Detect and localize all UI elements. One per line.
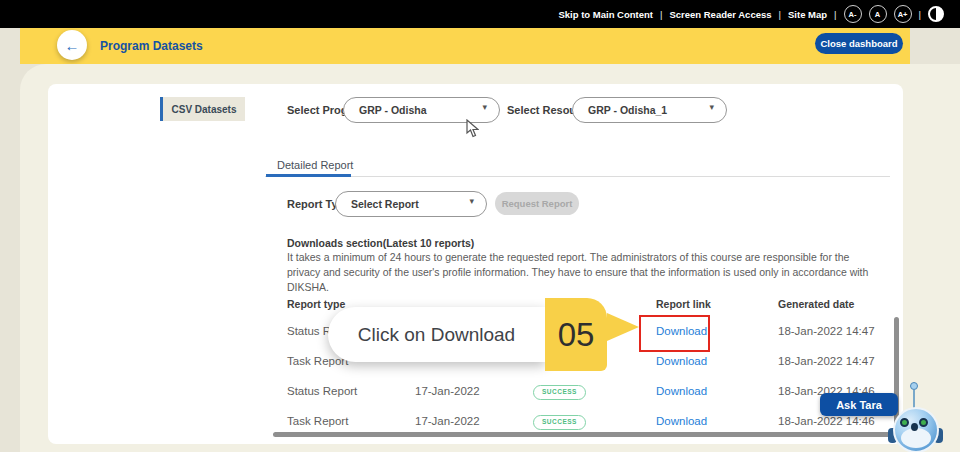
report-type-dropdown-value: Select Report xyxy=(351,198,419,210)
accessibility-topbar: Skip to Main Content | Screen Reader Acc… xyxy=(0,0,960,28)
resource-dropdown-value: GRP - Odisha_1 xyxy=(588,104,667,116)
tutorial-step-number: 05 xyxy=(545,298,607,371)
report-date-cell: 17-Jan-2022 xyxy=(415,385,480,397)
contrast-toggle-icon[interactable] xyxy=(928,6,944,22)
status-badge: SUCCESS xyxy=(533,415,586,430)
tutorial-tooltip: Click on Download xyxy=(328,307,545,362)
tutorial-highlight-box xyxy=(639,315,710,352)
downloads-heading: Downloads section(Latest 10 reports) xyxy=(287,237,474,249)
generated-date-cell: 18-Jan-2022 14:47 xyxy=(778,355,875,367)
tab-divider xyxy=(265,176,890,177)
download-link[interactable]: Download xyxy=(656,355,707,367)
chevron-down-icon: ▾ xyxy=(482,102,487,112)
font-default-button[interactable]: A xyxy=(869,5,887,23)
separator: | xyxy=(919,9,921,20)
close-dashboard-button[interactable]: Close dashboard xyxy=(815,33,903,54)
back-arrow-icon: ← xyxy=(65,37,80,54)
site-map-link[interactable]: Site Map xyxy=(788,9,827,20)
robot-nose xyxy=(911,423,918,431)
robot-antenna-ball xyxy=(910,382,918,390)
tab-detailed-report[interactable]: Detailed Report xyxy=(277,159,353,171)
chevron-down-icon: ▾ xyxy=(469,196,474,206)
skip-to-main-link[interactable]: Skip to Main Content xyxy=(558,9,652,20)
robot-chin xyxy=(901,428,931,448)
robot-eye-right xyxy=(919,418,928,427)
robot-antenna-stem xyxy=(913,390,915,408)
program-dropdown-value: GRP - Odisha xyxy=(359,104,427,116)
sidebar-item-csv-datasets[interactable]: CSV Datasets xyxy=(160,97,245,121)
mouse-cursor-icon xyxy=(466,119,479,138)
robot-eye-left xyxy=(900,418,909,427)
chevron-down-icon: ▾ xyxy=(709,102,714,112)
download-link[interactable]: Download xyxy=(656,415,707,427)
page-title: Program Datasets xyxy=(100,28,203,64)
report-type-cell: Status Report xyxy=(287,385,357,397)
separator: | xyxy=(660,9,662,20)
font-increase-button[interactable]: A+ xyxy=(894,5,912,23)
report-type-dropdown[interactable]: Select Report ▾ xyxy=(335,191,487,217)
separator: | xyxy=(779,9,781,20)
screen-reader-link[interactable]: Screen Reader Access xyxy=(669,9,771,20)
column-header-report-link: Report link xyxy=(656,298,711,310)
page-header: ← Program Datasets Close dashboard xyxy=(20,28,910,64)
resource-dropdown[interactable]: GRP - Odisha_1 ▾ xyxy=(572,97,727,123)
report-date-cell: 17-Jan-2022 xyxy=(415,415,480,427)
chatbot-robot-icon[interactable] xyxy=(885,380,943,452)
separator: | xyxy=(834,9,836,20)
generated-date-cell: 18-Jan-2022 14:47 xyxy=(778,325,875,337)
status-badge: SUCCESS xyxy=(533,385,586,400)
generated-date-cell: 18-Jan-2022 14:46 xyxy=(778,415,875,427)
horizontal-scrollbar[interactable] xyxy=(273,432,890,437)
active-tab-underline xyxy=(266,174,351,177)
app-window: Skip to Main Content | Screen Reader Acc… xyxy=(0,0,960,452)
back-button[interactable]: ← xyxy=(57,30,87,60)
report-type-cell: Task Report xyxy=(287,415,348,427)
tutorial-arrow-icon xyxy=(607,313,639,341)
download-link[interactable]: Download xyxy=(656,385,707,397)
column-header-generated-date: Generated date xyxy=(778,298,854,310)
font-decrease-button[interactable]: A- xyxy=(844,5,862,23)
request-report-button[interactable]: Request Report xyxy=(495,192,579,215)
downloads-description: It takes a minimum of 24 hours to genera… xyxy=(287,250,879,295)
column-header-report-type: Report type xyxy=(287,298,345,310)
